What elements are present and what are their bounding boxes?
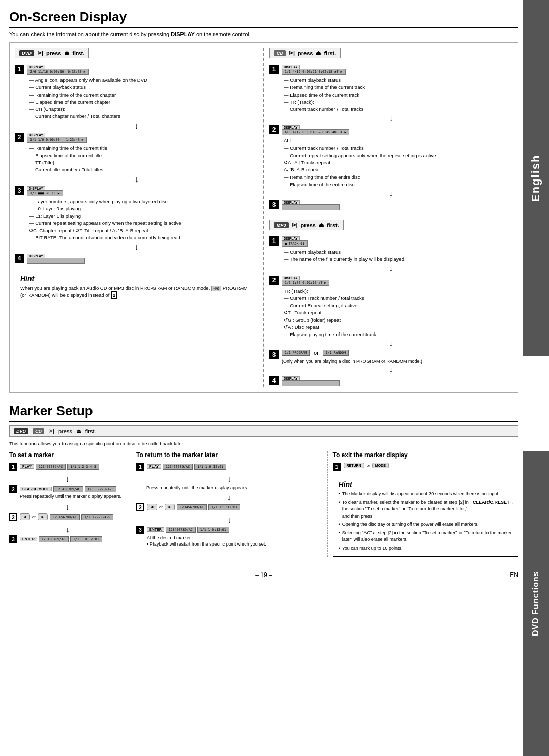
footer-bar: – 19 – EN — [9, 567, 518, 583]
mp3-step-1-annotations: — Current playback status — The name of … — [284, 249, 513, 263]
marker-hint-bullet-1: The Marker display will disappear in abo… — [339, 491, 513, 498]
marker-body-cols: To set a marker 1 PLAY 123456789/AC 1/1 … — [9, 451, 518, 557]
mp3-step-1-num: 1 — [269, 236, 279, 246]
marker-return-playback-note: • Playback will restart from the specifi… — [147, 541, 266, 547]
marker-exit-mode-btn[interactable]: MODE — [372, 463, 389, 468]
marker-set-step-2b-screen-b: 1/1 1-2-3-4-5 — [81, 514, 113, 520]
dvd-hint-text: When you are playing back an Audio CD or… — [20, 285, 253, 299]
marker-return-or-label: or — [159, 505, 163, 509]
marker-return-prev-btn[interactable]: ◄ — [147, 504, 157, 510]
mp3-step-4-display-body — [282, 380, 340, 386]
ann-angle-icon: — Angle icon, appears only when availabl… — [29, 77, 258, 84]
dvd-step-3-content: DISPLAY 1/1 ■■■ ↺T L1 ▶ — Layer numbers,… — [27, 185, 258, 242]
cd-badge: CD — [274, 50, 286, 56]
cd-step-2-num: 2 — [269, 125, 279, 134]
marker-return-step-1: 1 PLAY 123456789/AC 1/1 1:0:12:01 — [136, 463, 322, 471]
marker-return-step-2-screens: 123456789/AC 1/1 1:0:12:01 — [177, 503, 240, 511]
dvd-step-4-num: 4 — [15, 254, 24, 263]
footer-en: EN — [349, 571, 518, 579]
cd-ann-remaining-track: — Remaining time of the current track — [284, 84, 513, 91]
cd-ann-tr-track: — TR (Track): — [284, 99, 513, 106]
cd-ann-ab-repeat: A⇌B: A-B repeat — [284, 166, 513, 173]
dvd-badge: DVD — [19, 50, 34, 56]
mp3-press-first-bar: MP3 ⊳| press ⏏ first. — [269, 220, 344, 230]
marker-section: Marker Setup DVD CD ⊳| press ⏏ first. Th… — [9, 403, 518, 557]
eject-icon-mp3: ⏏ — [319, 222, 324, 228]
mp3-step-1: 1 DISPLAY ■ TRACK 01 — Current playback … — [269, 235, 513, 263]
marker-set-step-2-btn[interactable]: SEARCH MODE — [20, 487, 52, 491]
marker-hint-title: Hint — [339, 480, 513, 489]
cd-ann-all-tracks-repeat: ↺A : All Tracks repeat — [284, 159, 513, 166]
marker-press-icon: ⊳| — [48, 428, 54, 434]
marker-title: Marker Setup — [9, 403, 518, 422]
marker-return-step-2: 2 ◄ or ► 123456789/AC 1/1 1:0:12:01 — [136, 503, 322, 511]
marker-set-arrow-2: ↓ — [9, 503, 126, 512]
marker-press-label: press — [58, 428, 72, 434]
dvd-step-1-arrow: ↓ — [15, 122, 258, 131]
mp3-ann-current-status: — Current playback status — [284, 249, 513, 256]
ann-remaining-chapter: — Remaining time of the current chapter — [29, 92, 258, 99]
marker-return-step-1-screen-b: 1/1 1:0:12:01 — [194, 464, 226, 470]
marker-set-step-1-btn[interactable]: PLAY — [20, 464, 34, 469]
dvd-step-1-annotations: — Angle icon, appears only when availabl… — [29, 77, 258, 120]
ann-layer-numbers: — Layer numbers, appears only when playi… — [29, 198, 258, 205]
mp3-step-2-annotations: TR (Track): — Current Track number / tot… — [284, 288, 513, 339]
ann-l1: — L1: Layer 1 is playing — [29, 213, 258, 220]
mp3-step-3-annotation: (Only when you are playing a disc in PRO… — [282, 359, 513, 364]
marker-set-step-1-content: PLAY 123456789/AC 1/1 1-2-3-4-5 — [20, 463, 99, 470]
marker-hint-bullet-4: Selecting "AC" at step [2] in the sectio… — [339, 530, 513, 543]
marker-return-step-3-content: ENTER 123456789/AC 1/1 1:0:12:01 At the … — [147, 526, 266, 547]
marker-return-next-btn[interactable]: ► — [165, 504, 175, 510]
marker-set-prev-btn[interactable]: ◄ — [20, 513, 30, 520]
mp3-ann-tr-detail: — Current Track number / total tracks — [284, 295, 513, 302]
ann-bitrate: — BIT RATE: The amount of audio and vide… — [29, 234, 258, 241]
cd-ann-repeat-active: — Current repeat setting appears only wh… — [284, 152, 513, 159]
cd-ann-all-tracks: — Current track number / Total tracks — [284, 145, 513, 152]
dvd-hint-box: Hint When you are playing back an Audio … — [15, 271, 258, 303]
mp3-ann-disc-repeat: ↺A : Disc repeat — [284, 324, 513, 331]
mp3-ann-filename: — The name of the file currently in play… — [284, 256, 513, 263]
cd-step-1-arrow: ↓ — [269, 114, 513, 123]
marker-set-col: To set a marker 1 PLAY 123456789/AC 1/1 … — [9, 451, 131, 557]
marker-set-step-3-screen-b: 1/1 1:0:12:01 — [70, 536, 102, 542]
marker-set-step-2b-screen-a: 123456789/AC — [50, 514, 80, 520]
marker-return-col: To return to the marker later 1 PLAY 123… — [131, 451, 328, 557]
mp3-step-3-screen-b: 1/1 RANDOM — [323, 350, 349, 356]
marker-hint-bullet-2: To clear a marker, select the marker to … — [339, 499, 513, 520]
dvd-step-3-annotations: — Layer numbers, appears only when playi… — [29, 198, 258, 242]
marker-set-step-3-btn[interactable]: ENTER — [20, 537, 37, 541]
dvd-step-3-arrow: ↓ — [15, 243, 258, 252]
first-label-mp3: first. — [327, 222, 339, 228]
marker-exit-return-btn[interactable]: RETURN — [344, 463, 364, 468]
marker-eject-icon: ⏏ — [76, 428, 81, 434]
marker-return-step-1-btn[interactable]: PLAY — [147, 464, 161, 469]
dvd-step-1-screen: DISPLAY 2/6 11/16 0:00:00 –0:33:30 ▶ — [27, 65, 258, 75]
cd-step-1: 1 DISPLAY 1/1 4/12 0:03:21 0:02:15 ↺T ▶ … — [269, 64, 513, 113]
mp3-step-4: 4 DISPLAY — [269, 375, 513, 387]
marker-set-next-btn[interactable]: ► — [38, 513, 48, 520]
osd-two-col: DVD ⊳| press ⏏ first. 1 DISPLAY — [15, 48, 513, 387]
ann-tt-detail: Current title number / Total titles — [35, 166, 258, 173]
marker-set-step-2: 2 SEARCH MODE 123456789/AC 1/1 1-2-3-4-5… — [9, 485, 126, 499]
marker-set-step-1: 1 PLAY 123456789/AC 1/1 1-2-3-4-5 — [9, 463, 126, 471]
ann-remaining-title: — Remaining time of the current title — [29, 145, 258, 152]
mp3-step-2-display-label: DISPLAY — [282, 276, 300, 280]
ann-ch-detail: Current chapter number / Total chapters — [35, 113, 258, 120]
marker-set-step-2-screen-b: 1/1 1-2-3-4-5 — [85, 486, 117, 492]
mp3-badge: MP3 — [274, 222, 289, 228]
mp3-ann-elapsed: — Elapsed playing time of the current tr… — [284, 331, 513, 338]
osd-right-col: CD ⊳| press ⏏ first. 1 DISPLAY — [264, 48, 513, 387]
dvd-step-3-screen: DISPLAY 1/1 ■■■ ↺T L1 ▶ — [27, 186, 258, 196]
cd-ann-remaining-disc: — Remaining time of the entire disc — [284, 174, 513, 181]
marker-set-or-label: or — [32, 515, 36, 519]
marker-return-step-3: 3 ENTER 123456789/AC 1/1 1:0:12:01 At th… — [136, 526, 322, 547]
marker-return-step-2-screen-a: 123456789/AC — [177, 504, 207, 510]
eject-icon-dvd: ⏏ — [64, 50, 69, 56]
first-label-dvd: first. — [72, 50, 84, 56]
dvd-step-2-display-body: 1/1 1/0 0:00:00 – 1:23:45 ▶ — [27, 137, 87, 143]
cd-step-1-num: 1 — [269, 65, 279, 74]
cd-step-2-arrow: ↓ — [269, 189, 513, 198]
first-label-cd: first. — [324, 50, 336, 56]
marker-return-step-3-btn[interactable]: ENTER — [147, 527, 164, 532]
cd-ann-current-playback: — Current playback status — [284, 77, 513, 84]
